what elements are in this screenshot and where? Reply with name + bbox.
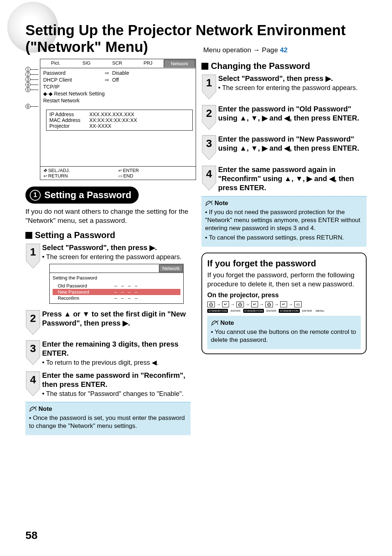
- step-heading: Enter the password in "New Password" usi…: [218, 135, 367, 153]
- osd-callouts: 1 2 3 4 5 6: [25, 67, 38, 109]
- pw-row-label: New Password: [53, 289, 114, 295]
- seq-button: ⏻: [265, 302, 273, 307]
- note-block: Note Once the password is set, you must …: [25, 402, 191, 435]
- step: 1 Select "Password", then press ▶.The sc…: [201, 74, 367, 101]
- info-key: MAC Address: [49, 117, 89, 123]
- osd-tab: SCR: [102, 59, 133, 68]
- note-block: Note If you do not need the password pro…: [201, 196, 367, 247]
- step: 3 Enter the password in "New Password" u…: [201, 135, 367, 162]
- dpad-icon: [43, 168, 47, 173]
- osd-tab: PRJ: [132, 59, 163, 68]
- page-number: 58: [25, 529, 37, 541]
- step-badge: 1: [201, 74, 218, 101]
- forget-title: If you forget the password: [207, 258, 361, 269]
- button-sequence-labels: STANDBY/ON ENTER STANDBY/ON ENTER STANDB…: [207, 309, 361, 313]
- step-body: The status for "Password" changes to "En…: [42, 390, 184, 397]
- step-badge: 2: [25, 310, 42, 336]
- note-label: Note: [220, 319, 234, 327]
- step: 2 Enter the password in "Old Password" u…: [201, 105, 367, 131]
- step-heading: Enter the remaining 3 digits, then press…: [42, 340, 191, 358]
- step-heading: Enter the same password again in "Reconf…: [218, 165, 367, 192]
- callout-num: 6: [25, 104, 30, 109]
- subhead-text: Changing the Password: [211, 61, 310, 71]
- info-val: XX:XX:XX:XX:XX:XX: [89, 117, 137, 123]
- note-label: Note: [215, 200, 228, 207]
- svg-text:3: 3: [206, 137, 212, 149]
- step-body: The screen for entering the password app…: [218, 84, 358, 91]
- step-heading: Press ▲ or ▼ to set the first digit in "…: [42, 310, 191, 328]
- osd-tab: Pict.: [40, 59, 71, 68]
- note-item: You cannot use the buttons on the remote…: [211, 328, 357, 344]
- note-heading: Note: [29, 405, 187, 413]
- chevron-right-icon: ⇨: [105, 70, 109, 77]
- pw-osd-title: Setting the Password: [53, 275, 180, 281]
- chevron-right-icon: ⇨: [105, 77, 109, 83]
- seq-button: ⏻: [207, 302, 215, 307]
- osd-footer: SEL./ADJ. ENTER RETURN END: [40, 166, 196, 180]
- diamond-icon: ◆·◆: [43, 90, 53, 97]
- step-badge: 2: [201, 105, 218, 131]
- seq-button: ▭: [294, 301, 302, 307]
- seq-label: STANDBY/ON: [279, 309, 299, 313]
- info-key: IP Address: [49, 111, 89, 117]
- pw-row-val: – – – –: [114, 295, 139, 301]
- svg-text:3: 3: [30, 342, 36, 354]
- foot-return: RETURN: [48, 173, 68, 179]
- subhead-setting-password: Setting a Password: [25, 230, 191, 240]
- osd-item-label: Reset Network Setting: [54, 90, 105, 97]
- svg-text:1: 1: [30, 246, 36, 258]
- note-icon: [211, 320, 219, 326]
- seq-label: ENTER: [265, 309, 277, 313]
- step-heading: Select "Password", then press ▶.: [42, 243, 191, 252]
- note-item: If you do not need the password protecti…: [205, 208, 363, 232]
- network-menu-osd: Pict. SIG SCR PRJ Network Password⇨Disab…: [40, 59, 196, 180]
- step-badge: 1: [25, 243, 42, 270]
- return-icon: [43, 173, 47, 179]
- svg-text:4: 4: [30, 373, 36, 385]
- step-heading: Enter the same password in "Reconfirm", …: [42, 371, 191, 389]
- svg-text:1: 1: [206, 77, 212, 89]
- svg-text:2: 2: [30, 312, 36, 324]
- pw-row-label: Reconfirm: [53, 295, 114, 301]
- osd-item-label: Password: [43, 70, 105, 77]
- forget-text: If you forget the password, perform the …: [207, 271, 361, 289]
- step: 2 Press ▲ or ▼ to set the first digit in…: [25, 310, 191, 336]
- section-pill-setting-password: 1 Setting a Password: [25, 187, 139, 204]
- seq-label: STANDBY/ON: [243, 309, 264, 313]
- note-item: Once the password is set, you must enter…: [29, 414, 187, 430]
- osd-tab-selected: Network: [164, 60, 195, 68]
- forget-password-box: If you forget the password If you forget…: [201, 253, 367, 355]
- note-heading: Note: [211, 319, 357, 327]
- pill-number: 1: [30, 190, 41, 201]
- step-heading: Enter the password in "Old Password" usi…: [218, 105, 367, 123]
- section-intro: If you do not want others to change the …: [25, 207, 191, 225]
- seq-label: STANDBY/ON: [207, 309, 228, 313]
- pw-row-val: – – – –: [114, 283, 139, 289]
- seq-label: MENU: [315, 309, 326, 313]
- seq-button: ⏻: [236, 302, 244, 307]
- seq-button: ↵: [222, 301, 229, 307]
- svg-text:2: 2: [206, 107, 212, 119]
- step-badge: 4: [201, 165, 218, 192]
- seq-button: ↵: [280, 301, 287, 307]
- callout-num: 5: [25, 87, 30, 92]
- note-item: To cancel the password settings, press R…: [205, 234, 363, 242]
- pill-title: Setting a Password: [44, 189, 131, 201]
- foot-end: END: [123, 173, 133, 179]
- svg-text:4: 4: [206, 167, 212, 179]
- step-heading: Select "Password", then press ▶.: [218, 74, 367, 83]
- page-title: Setting Up the Projector Network Environ…: [25, 22, 367, 55]
- note-block: Note You cannot use the buttons on the r…: [207, 316, 361, 349]
- osd-tabs: Pict. SIG SCR PRJ Network: [40, 59, 196, 68]
- pw-row-label: Old Password: [53, 283, 114, 289]
- note-label: Note: [38, 405, 52, 413]
- step-badge: 3: [25, 340, 42, 367]
- step: 4 Enter the same password again in "Reco…: [201, 165, 367, 192]
- osd-item-label: DHCP Client: [43, 77, 105, 83]
- seq-label: ENTER: [301, 309, 313, 313]
- note-heading: Note: [205, 200, 363, 207]
- step-badge: 4: [25, 371, 42, 398]
- step-body: The screen for entering the password app…: [42, 253, 181, 261]
- osd-info-box: IP AddressXXX.XXX.XXX.XXX MAC AddressXX:…: [46, 110, 193, 131]
- osd-item-value: Disable: [112, 70, 129, 77]
